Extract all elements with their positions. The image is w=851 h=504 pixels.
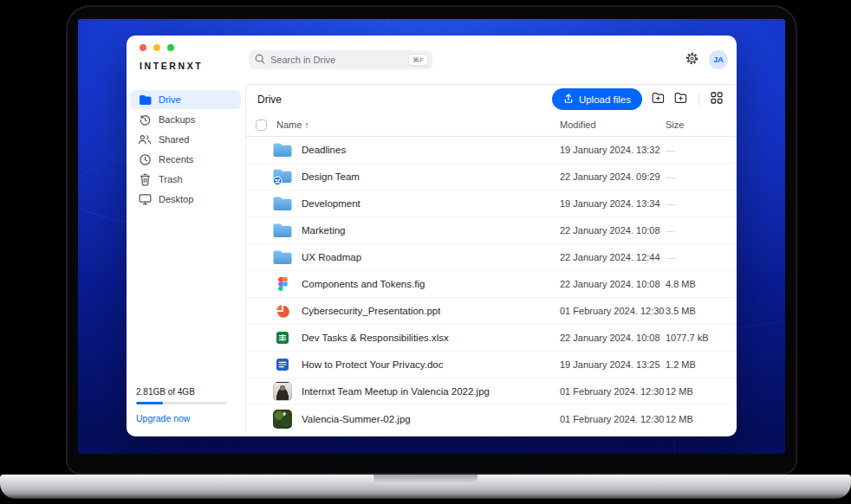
trash-icon (138, 173, 152, 186)
sort-ascending-icon: ↑ (304, 120, 309, 130)
storage-progress-fill (136, 402, 163, 404)
content-header: Drive Upload files (246, 85, 737, 113)
search-shortcut-badge: ⌘F (408, 54, 428, 66)
column-header-size[interactable]: Size (666, 120, 737, 130)
file-name: Dev Tasks & Responsibilities.xlsx (302, 333, 449, 343)
desktop-icon (138, 193, 152, 205)
select-all-checkbox[interactable] (256, 120, 267, 131)
table-row[interactable]: Cybersecurity_Presentation.ppt 01 Februa… (246, 298, 737, 325)
toolbar-divider (698, 93, 699, 107)
table-row[interactable]: Dev Tasks & Responsibilities.xlsx 22 Jan… (246, 325, 737, 352)
file-size: — (666, 225, 737, 236)
storage-widget: 2.81GB of 4GB Upgrade now (131, 387, 241, 423)
window-controls (140, 44, 246, 51)
settings-button[interactable] (685, 51, 699, 68)
file-modified: 01 February 2024. 12:30 (560, 386, 666, 397)
table-row[interactable]: Deadlines 19 January 2024. 13:32 — (246, 137, 737, 164)
column-header-name[interactable]: Name↑ (276, 120, 309, 130)
file-size: 3.5 MB (666, 306, 737, 316)
sidebar-item-backups[interactable]: Backups (131, 110, 241, 129)
laptop-lid-notch (374, 475, 477, 485)
laptop-screen-bezel: INTERNXT Search in Drive ⌘F (66, 5, 797, 475)
file-modified: 22 January 2024. 12:44 (560, 252, 666, 262)
powerpoint-icon (272, 301, 293, 320)
photo-person-icon (272, 382, 293, 401)
upload-icon (563, 93, 574, 106)
folder-plus-icon (652, 92, 665, 107)
file-name: UX Roadmap (302, 252, 361, 262)
search-icon (255, 52, 265, 68)
sidebar-item-drive[interactable]: Drive (131, 90, 241, 109)
file-modified: 01 February 2024. 12:30 (560, 414, 666, 424)
sidebar-item-recents[interactable]: Recents (131, 150, 241, 169)
storage-usage-label: 2.81GB of 4GB (136, 387, 236, 397)
avatar[interactable]: JA (709, 50, 728, 69)
file-modified: 22 January 2024. 10:08 (560, 279, 666, 289)
file-size: 4.8 MB (666, 279, 737, 289)
file-modified: 22 January 2024. 10:08 (560, 225, 666, 236)
sidebar-nav: Drive Backups Shared Recents Trash Deskt… (131, 89, 241, 210)
file-list: Deadlines 19 January 2024. 13:32 — Desig… (246, 137, 737, 436)
minimize-window-button[interactable] (153, 44, 160, 51)
table-row[interactable]: UX Roadmap 22 January 2024. 12:44 — (246, 244, 737, 271)
table-row[interactable]: Valencia-Summer-02.jpg 01 February 2024.… (246, 405, 737, 432)
internxt-drive-window: INTERNXT Search in Drive ⌘F (127, 36, 737, 436)
upgrade-link[interactable]: Upgrade now (136, 413, 236, 423)
sidebar-item-shared[interactable]: Shared (131, 130, 241, 149)
file-size: — (666, 252, 737, 262)
recents-clock-icon (138, 153, 152, 166)
file-name: Internxt Team Meetup in Valencia 2022.jp… (302, 386, 490, 397)
file-name: Development (302, 198, 361, 209)
page-title: Drive (257, 94, 282, 106)
column-header-modified[interactable]: Modified (560, 120, 666, 130)
table-row[interactable]: Internxt Team Meetup in Valencia 2022.jp… (246, 378, 737, 405)
table-row[interactable]: Design Team 22 January 2024. 09:29 — (246, 164, 737, 191)
drive-folder-icon (138, 94, 152, 106)
photo-nature-icon (272, 410, 293, 429)
table-row[interactable]: How to Protect Your Privacy.doc 19 Janua… (246, 352, 737, 378)
toolbar: Upload files (552, 88, 723, 110)
table-row[interactable]: Components and Tokens.fig 22 January 202… (246, 271, 737, 298)
file-name: Components and Tokens.fig (302, 279, 425, 289)
file-modified: 22 January 2024. 10:08 (560, 333, 666, 343)
main-content: Drive Upload files (246, 85, 737, 436)
folder-shared-icon (272, 167, 293, 186)
file-name: Marketing (302, 225, 346, 236)
upload-folder-button[interactable] (652, 92, 665, 107)
upload-files-button[interactable]: Upload files (552, 88, 642, 110)
sidebar-item-label: Backups (159, 114, 195, 125)
search-input[interactable]: Search in Drive ⌘F (249, 50, 432, 69)
file-size: 12 MB (666, 386, 737, 397)
sidebar-item-label: Recents (159, 154, 193, 165)
table-row[interactable]: Marketing 22 January 2024. 10:08 — (246, 217, 737, 244)
laptop-mockup: INTERNXT Search in Drive ⌘F (0, 0, 851, 504)
sidebar-item-label: Trash (159, 174, 183, 184)
folder-icon (272, 221, 293, 240)
file-modified: 19 January 2024. 13:34 (560, 198, 666, 209)
file-name: Deadlines (302, 145, 346, 155)
file-size: — (666, 198, 737, 209)
folder-icon (272, 194, 293, 213)
file-name: Valencia-Summer-02.jpg (302, 414, 411, 424)
file-name: Cybersecurity_Presentation.ppt (302, 306, 440, 316)
close-window-button[interactable] (140, 44, 146, 51)
sidebar-item-desktop[interactable]: Desktop (131, 190, 241, 209)
excel-icon (272, 328, 293, 347)
file-name: How to Protect Your Privacy.doc (302, 359, 443, 370)
grid-view-button[interactable] (711, 92, 723, 107)
internxt-logo: INTERNXT (140, 61, 246, 71)
table-row[interactable]: Development 19 January 2024. 13:34 — (246, 191, 737, 217)
sidebar: Drive Backups Shared Recents Trash Deskt… (127, 85, 246, 436)
file-name: Design Team (302, 171, 360, 182)
table-header: Name↑ Modified Size (246, 113, 737, 137)
create-folder-button[interactable] (674, 92, 687, 107)
search-placeholder: Search in Drive (270, 55, 335, 65)
sidebar-item-label: Desktop (159, 194, 193, 204)
folder-icon (272, 140, 293, 159)
word-icon (272, 355, 293, 374)
sidebar-item-trash[interactable]: Trash (131, 170, 241, 189)
brand-zone: INTERNXT (127, 36, 246, 85)
file-size: — (666, 145, 737, 155)
zoom-window-button[interactable] (167, 44, 174, 51)
topbar: Search in Drive ⌘F JA (246, 36, 737, 85)
